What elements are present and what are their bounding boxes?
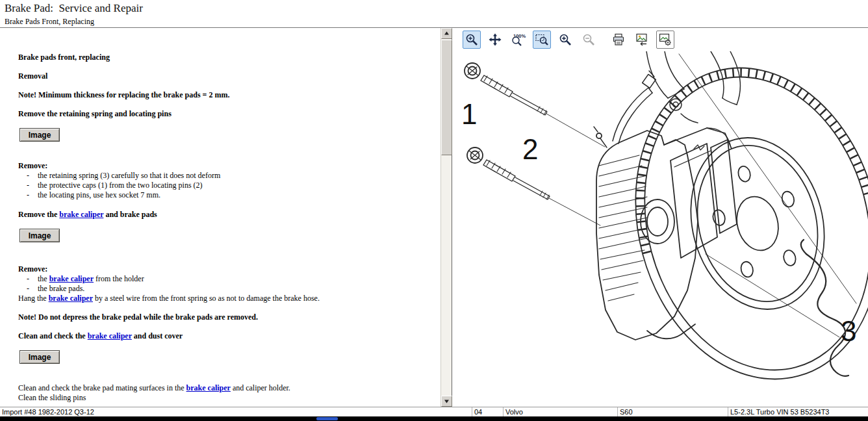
procedure-panel: Brake pads front, replacing Removal Note… [0, 28, 452, 407]
note-pedal: Note! Do not depress the brake pedal whi… [18, 313, 434, 322]
main-area: Brake pads front, replacing Removal Note… [0, 28, 868, 407]
list-item-text: the brake caliper from the holder [38, 274, 144, 284]
status-bar: Import #48 1982-2012 Q3-12 04 Volvo S60 … [0, 407, 868, 416]
image-settings-icon [658, 32, 672, 47]
figure-toolbar: 100% [452, 28, 868, 51]
copy-image-icon [635, 32, 649, 47]
image-button-3[interactable]: Image [19, 350, 60, 364]
list-item-text: the locating pins, use hex socket 7 mm. [38, 190, 160, 200]
list-item: - the brake pads. [18, 284, 434, 294]
list-item: - the locating pins, use hex socket 7 mm… [18, 190, 434, 200]
note-min-thickness: Note! Minimum thickness for replacing th… [18, 90, 434, 100]
callout-2: 2 [522, 133, 538, 165]
removal-heading: Removal [18, 71, 434, 81]
doc-heading: Brake pads front, replacing [18, 53, 434, 62]
zoom-out-button[interactable] [580, 31, 598, 49]
brake-caliper-link[interactable]: brake caliper [59, 210, 103, 219]
image-button-2[interactable]: Image [19, 229, 60, 242]
hang-paragraph: Hang the brake caliper by a steel wire f… [18, 294, 434, 303]
list-bullet: - [27, 274, 38, 284]
pan-icon [488, 32, 502, 47]
image-settings-button[interactable] [656, 31, 674, 49]
bleed-screw [596, 133, 602, 138]
step2-post: and brake pads [103, 210, 157, 219]
status-model: S60 [618, 407, 728, 416]
zoom-100-button[interactable]: 100% [509, 31, 528, 49]
procedure-text: Brake pads front, replacing Removal Note… [0, 28, 440, 407]
list-item: - the retaining spring (3) carefully so … [18, 171, 434, 181]
step3-pre: Clean and check the [18, 331, 88, 340]
scroll-down-button[interactable] [441, 396, 452, 407]
brake-caliper-link[interactable]: brake caliper [49, 274, 94, 283]
step1-list: - the retaining spring (3) carefully so … [18, 171, 434, 200]
page-subtitle: Brake Pads Front, Replacing [5, 17, 868, 27]
step1-heading: Remove the retaining spring and locating… [18, 109, 434, 119]
zoom-100-icon: 100% [511, 32, 526, 47]
brake-pad-outer [670, 144, 717, 258]
item1-pre: the [38, 274, 49, 283]
image-button-1[interactable]: Image [19, 128, 60, 142]
status-engine: L5-2.3L Turbo VIN 53 B5234T3 [728, 407, 868, 416]
status-code: 04 [472, 407, 504, 416]
step2-list: - the brake caliper from the holder - th… [18, 274, 434, 294]
callout-1: 1 [461, 98, 477, 130]
caliper-fins [599, 155, 647, 301]
print-icon [611, 32, 626, 47]
list-item-text: the protective caps (1) from the two loc… [38, 181, 203, 190]
copy-image-button[interactable] [633, 31, 651, 49]
list-item: - the protective caps (1) from the two l… [18, 181, 434, 190]
zoom-out-icon [581, 32, 596, 47]
zoom-window-icon [535, 32, 549, 47]
remove-label-2: Remove: [18, 264, 434, 274]
clean-paragraph: Clean and check the brake pad mating sur… [18, 383, 434, 393]
zoom-in-button[interactable] [556, 31, 574, 49]
scroll-down-icon [444, 398, 450, 404]
list-bullet: - [27, 284, 38, 294]
print-button[interactable] [609, 31, 628, 49]
retaining-spring [801, 240, 849, 376]
doc-scrollbar[interactable] [440, 28, 452, 407]
clean-pre: Clean and check the brake pad mating sur… [18, 383, 186, 392]
page-title: Brake Pad: Service and Repair [5, 2, 868, 15]
zoom-select-icon [465, 32, 479, 47]
step2-pre: Remove the [18, 210, 59, 219]
figure-panel: 100% [452, 28, 868, 407]
status-import: Import #48 1982-2012 Q3-12 [0, 407, 472, 416]
step3-heading: Clean and check the brake caliper and du… [18, 331, 434, 341]
hang-post: by a steel wire from the front spring so… [93, 294, 320, 303]
scroll-up-icon [444, 31, 450, 36]
zoom-in-icon [558, 32, 572, 47]
remove-label-1: Remove: [18, 161, 434, 171]
status-make: Volvo [504, 407, 618, 416]
step3-post: and dust cover [132, 331, 183, 340]
list-bullet: - [27, 171, 38, 181]
list-bullet: - [27, 190, 38, 200]
app-window: Brake Pad: Service and Repair Brake Pads… [0, 0, 868, 421]
brake-caliper-link[interactable]: brake caliper [88, 331, 132, 340]
zoom-select-button[interactable] [463, 31, 481, 49]
item1-post: from the holder [94, 274, 144, 283]
brake-assembly-figure: 1 2 3 [452, 51, 868, 407]
scrollbar-thumb[interactable] [441, 40, 452, 155]
list-bullet: - [27, 181, 38, 190]
brake-caliper-link[interactable]: brake caliper [49, 294, 93, 303]
scroll-up-button[interactable] [441, 28, 452, 39]
zoom-100-label: 100% [513, 33, 526, 39]
header: Brake Pad: Service and Repair Brake Pads… [0, 0, 868, 28]
taskbar-item [316, 417, 338, 420]
pan-button[interactable] [486, 31, 504, 49]
brake-pad-inner [711, 140, 737, 233]
hang-pre: Hang the [18, 294, 49, 303]
list-item-text: the brake pads. [38, 284, 84, 294]
zoom-window-button[interactable] [533, 31, 551, 49]
clipped-line: Clean the sliding pins [18, 393, 434, 403]
clean-post: and caliper holder. [231, 383, 290, 392]
list-item: - the brake caliper from the holder [18, 274, 434, 284]
list-item-text: the retaining spring (3) carefully so th… [38, 171, 220, 181]
taskbar-sliver [0, 416, 868, 421]
figure-canvas[interactable]: 1 2 3 [452, 51, 868, 407]
brake-caliper-link[interactable]: brake caliper [186, 383, 231, 392]
step2-heading: Remove the brake caliper and brake pads [18, 210, 434, 220]
callout-3: 3 [841, 315, 856, 347]
